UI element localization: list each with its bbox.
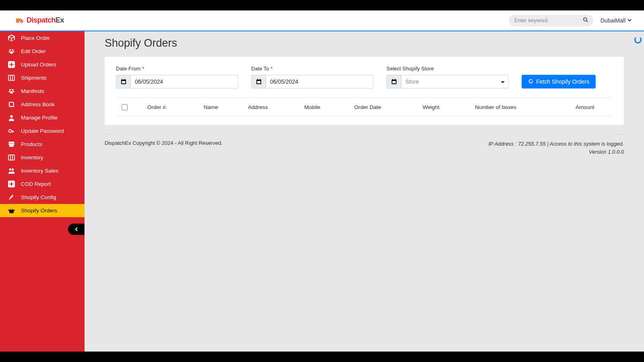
truck-icon [15,16,24,25]
date-from-label: Date From * [116,66,238,72]
user-name: DubaiMall [601,17,625,24]
date-from-input[interactable] [130,75,238,88]
fetch-orders-button[interactable]: Fetch Shopify Orders [522,75,596,88]
cube-icon [7,35,15,41]
col-order-date: Order Date [354,104,423,110]
plus-icon [7,61,15,68]
sidebar-item-label: Manifests [21,88,44,94]
calendar-icon[interactable] [116,75,130,88]
chevron-left-icon [74,226,78,233]
brand-logo[interactable]: DispatchEx [0,16,64,25]
user-menu[interactable]: DubaiMall [601,17,638,24]
col-amount: Amount [576,104,612,110]
ip-address-text: IP Address : 72.255.7.55 | Access to thi… [489,140,624,148]
sidebar-item-label: Inventory Sales [21,168,58,174]
calendar-icon[interactable] [251,75,266,88]
col-address: Address [248,104,304,110]
sidebar-item-upload-orders[interactable]: Upload Orders [0,58,85,71]
sidebar-item-edit-order[interactable]: Edit Order [0,45,85,58]
topbar: DispatchEx DubaiMall [0,10,644,31]
sidebar-item-label: Inventory [21,154,43,160]
sidebar-collapse-button[interactable] [68,224,85,235]
sidebar-item-cod-report[interactable]: COD Report [0,177,85,191]
users-icon [7,167,15,174]
filters-card: Date From * Date To * [105,57,624,125]
store-icon [7,141,15,148]
sidebar-item-label: Update Password [21,128,64,134]
book-icon [7,101,15,108]
col-name: Name [204,104,248,110]
paw-icon [7,48,15,55]
main-content: Shopify Orders Date From * Date To * [85,31,644,352]
search-input[interactable] [509,14,593,27]
sidebar-item-label: Products [21,141,42,147]
sidebar-item-label: Edit Order [21,48,46,54]
sidebar-item-label: Shipments [21,75,47,81]
basket-icon [7,207,15,214]
version-text: Version 1.0.0.0 [489,148,624,156]
sidebar-item-manage-profile[interactable]: Manage Profile [0,111,85,124]
col-order: Order #. [147,104,204,110]
sidebar-item-label: Shopify Config [21,194,56,200]
brand-text: DispatchEx [27,16,64,25]
search-button[interactable] [581,15,590,25]
columns-icon [7,74,15,81]
sidebar-item-inventory-sales[interactable]: Inventory Sales [0,164,85,177]
sidebar-item-label: Upload Orders [21,62,56,68]
paw-icon [7,88,15,95]
calendar-icon[interactable] [386,75,401,88]
date-from-field: Date From * [116,66,238,88]
refresh-icon [528,78,534,85]
sidebar-item-manifests[interactable]: Manifests [0,84,85,98]
sidebar-item-label: COD Report [21,181,51,187]
orders-table-header: Order #. Name Address Mobile Order Date … [116,98,613,116]
global-search [509,14,593,27]
sidebar-item-inventory[interactable]: Inventory [0,151,85,164]
letterbox [0,0,644,10]
date-to-input[interactable] [266,75,374,88]
col-mobile: Mobile [304,104,354,110]
sidebar-item-products[interactable]: Products [0,138,85,151]
sidebar-item-address-book[interactable]: Address Book [0,98,85,111]
col-weight: Weight [423,104,475,110]
sidebar-item-label: Shopify Orders [21,208,57,214]
sidebar-item-update-password[interactable]: Update Password [0,124,85,138]
page-title: Shopify Orders [105,37,624,49]
loading-spinner-icon [634,36,642,43]
key-icon [7,128,15,134]
sidebar: Place OrderEdit OrderUpload OrdersShipme… [0,31,85,352]
col-boxes: Number of boxes [475,104,576,110]
columns-icon [7,154,15,161]
sidebar-item-label: Address Book [21,101,55,107]
copyright-text: DispatchEx Copyright © 2024 - All Right … [105,140,223,156]
sidebar-item-place-order[interactable]: Place Order [0,31,85,45]
letterbox [0,352,644,362]
store-select[interactable]: Store [401,75,509,88]
store-field: Select Shopify Store Store [386,66,509,88]
plus-icon [7,181,15,187]
user-icon [7,114,15,121]
select-all-checkbox[interactable] [122,104,128,110]
date-to-field: Date To * [251,66,374,88]
tools-icon [7,194,15,201]
search-icon [583,18,588,24]
date-to-label: Date To * [251,66,374,72]
page-footer: DispatchEx Copyright © 2024 - All Right … [105,134,624,156]
sidebar-item-shopify-config[interactable]: Shopify Config [0,191,85,204]
store-label: Select Shopify Store [386,66,509,72]
chevron-down-icon [627,17,632,24]
sidebar-item-label: Place Order [21,35,50,41]
sidebar-item-shipments[interactable]: Shipments [0,71,85,84]
sidebar-item-label: Manage Profile [21,115,58,121]
sidebar-item-shopify-orders[interactable]: Shopify Orders [0,204,85,217]
